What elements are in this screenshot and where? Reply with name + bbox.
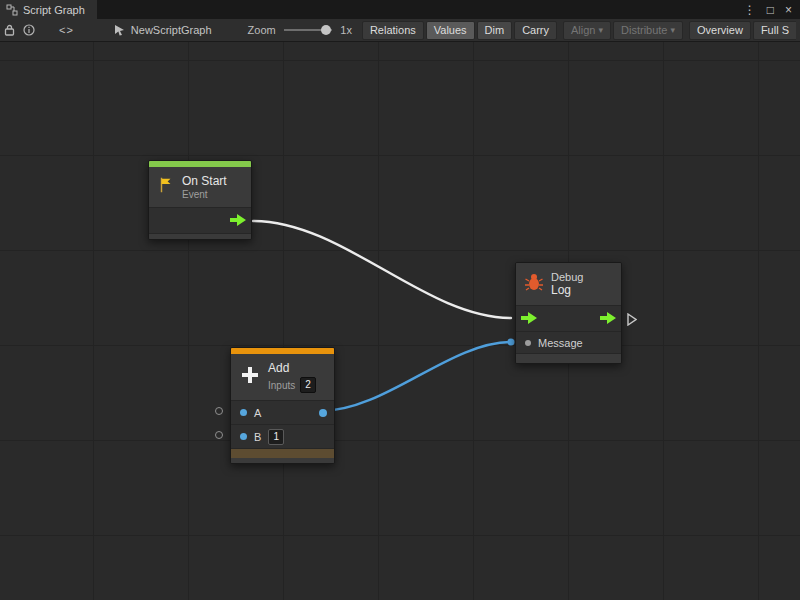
maximize-icon[interactable]: □	[767, 4, 774, 16]
node-footer	[516, 353, 621, 363]
flow-output-port[interactable]	[600, 310, 616, 328]
flag-icon	[157, 176, 175, 198]
port-a-label: A	[254, 407, 261, 419]
node-title: Add	[268, 361, 316, 375]
node-add[interactable]: Add Inputs 2 A B 1	[230, 347, 335, 464]
distribute-button[interactable]: Distribute▾	[613, 21, 683, 40]
zoom-value: 1x	[340, 24, 352, 36]
node-footer	[231, 448, 334, 463]
window-controls: ⋮ □ ×	[744, 0, 800, 19]
message-input-port[interactable]	[525, 340, 531, 346]
values-button[interactable]: Values	[426, 21, 475, 40]
wire-flow-onstart-to-log[interactable]	[253, 221, 511, 318]
chevron-down-icon: ▾	[671, 22, 676, 39]
wire-endpoint-dot	[508, 339, 515, 346]
wire-value-add-to-message[interactable]	[321, 342, 511, 411]
close-icon[interactable]: ×	[785, 4, 792, 16]
message-port-label: Message	[538, 337, 583, 349]
port-b-value-field[interactable]: 1	[268, 429, 284, 445]
script-graph-window: Script Graph ⋮ □ × <> New	[0, 0, 800, 600]
menu-icon[interactable]: ⋮	[744, 4, 756, 16]
graph-tab-icon	[6, 4, 18, 16]
chevron-down-icon: ▾	[599, 22, 604, 39]
dim-button[interactable]: Dim	[477, 21, 513, 40]
node-subtitle: Log	[551, 283, 583, 297]
zoom-slider[interactable]	[284, 29, 333, 31]
node-title: On Start	[182, 174, 227, 188]
flow-continuation-triangle	[627, 312, 637, 330]
plus-icon	[239, 364, 261, 390]
port-a-dot[interactable]	[240, 409, 247, 416]
result-output-port[interactable]	[319, 409, 327, 417]
node-subtitle: Event	[182, 189, 227, 200]
script-graph-asset-icon	[114, 24, 125, 36]
port-b-inline-value-ring[interactable]	[215, 431, 223, 439]
overview-button[interactable]: Overview	[689, 21, 751, 40]
node-title: Debug	[551, 271, 583, 283]
relations-button[interactable]: Relations	[362, 21, 424, 40]
code-icon[interactable]: <>	[59, 24, 74, 36]
zoom-label: Zoom	[248, 24, 276, 36]
port-b-dot[interactable]	[240, 433, 247, 440]
node-debug-log[interactable]: Debug Log Message	[515, 262, 622, 364]
info-icon[interactable]	[23, 21, 35, 40]
graph-name-group[interactable]: NewScriptGraph	[114, 24, 212, 36]
lock-icon[interactable]	[4, 21, 15, 40]
carry-button[interactable]: Carry	[514, 21, 557, 40]
graph-toolbar: <> NewScriptGraph Zoom 1x Relations Valu…	[0, 19, 800, 42]
inputs-label: Inputs	[268, 380, 295, 391]
bug-icon	[524, 272, 544, 296]
flow-output-port[interactable]	[230, 212, 246, 230]
tab-bar: Script Graph ⋮ □ ×	[0, 0, 800, 19]
flow-input-port[interactable]	[521, 310, 537, 328]
node-on-start[interactable]: On Start Event	[148, 160, 252, 240]
graph-canvas[interactable]: On Start Event	[0, 42, 800, 600]
align-button[interactable]: Align▾	[563, 21, 611, 40]
port-b-label: B	[254, 431, 261, 443]
port-a-inline-value-ring[interactable]	[215, 407, 223, 415]
tab-script-graph[interactable]: Script Graph	[0, 0, 97, 19]
zoom-slider-thumb[interactable]	[321, 25, 331, 35]
inputs-count-field[interactable]: 2	[300, 377, 316, 393]
full-screen-button[interactable]: Full S	[753, 21, 796, 40]
node-footer	[149, 233, 251, 239]
wires-layer	[0, 42, 800, 600]
graph-name-label: NewScriptGraph	[131, 24, 212, 36]
tab-title: Script Graph	[23, 4, 85, 16]
